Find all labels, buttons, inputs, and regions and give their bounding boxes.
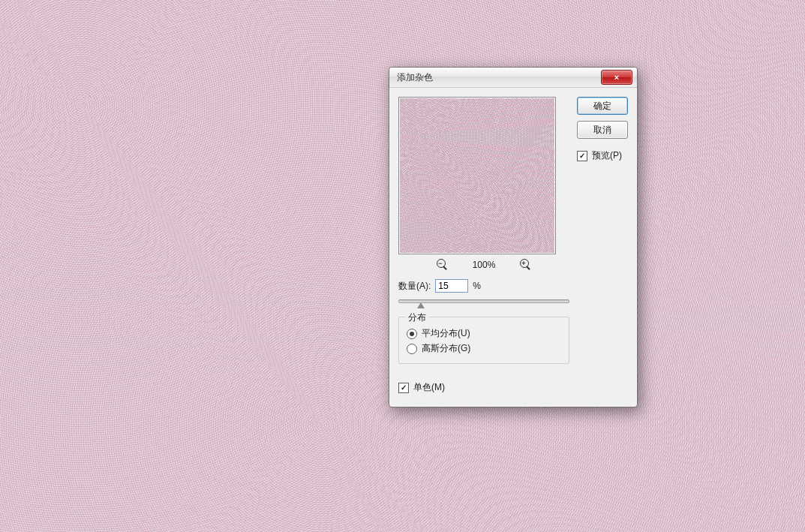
preview-image bbox=[398, 97, 556, 254]
radio-gaussian-indicator bbox=[407, 344, 417, 354]
ok-button[interactable]: 确定 bbox=[577, 97, 628, 115]
add-noise-dialog: 添加杂色 × − 100% + 数量(A): % bbox=[389, 67, 638, 407]
zoom-out-icon: − bbox=[438, 260, 442, 267]
slider-thumb[interactable] bbox=[417, 302, 425, 308]
ok-button-label: 确定 bbox=[593, 100, 611, 113]
dialog-title: 添加杂色 bbox=[397, 71, 601, 84]
amount-label: 数量(A): bbox=[398, 280, 431, 293]
preview-check-indicator bbox=[577, 151, 587, 161]
radio-gaussian-label: 高斯分布(G) bbox=[422, 342, 470, 355]
monochrome-check-indicator bbox=[398, 383, 409, 393]
radio-uniform[interactable]: 平均分布(U) bbox=[407, 327, 561, 340]
preview-checkbox-label: 预览(P) bbox=[592, 149, 622, 162]
monochrome-checkbox-label: 单色(M) bbox=[413, 381, 445, 394]
distribution-group: 分布 平均分布(U) 高斯分布(G) bbox=[398, 317, 569, 364]
preview-checkbox[interactable]: 预览(P) bbox=[577, 149, 628, 162]
cancel-button[interactable]: 取消 bbox=[577, 121, 628, 139]
zoom-level: 100% bbox=[469, 260, 499, 270]
cancel-button-label: 取消 bbox=[593, 124, 611, 137]
radio-uniform-label: 平均分布(U) bbox=[422, 327, 470, 340]
radio-gaussian[interactable]: 高斯分布(G) bbox=[407, 342, 561, 355]
zoom-in-button[interactable]: + bbox=[520, 259, 531, 270]
radio-uniform-indicator bbox=[407, 329, 417, 339]
close-icon: × bbox=[614, 74, 619, 82]
amount-unit: % bbox=[473, 281, 481, 291]
zoom-in-icon: + bbox=[521, 260, 525, 267]
titlebar[interactable]: 添加杂色 × bbox=[389, 68, 637, 88]
amount-slider[interactable] bbox=[398, 296, 569, 309]
distribution-legend: 分布 bbox=[405, 311, 429, 324]
amount-input[interactable] bbox=[435, 279, 468, 293]
monochrome-checkbox[interactable]: 单色(M) bbox=[398, 381, 628, 394]
close-button[interactable]: × bbox=[601, 70, 632, 85]
zoom-out-button[interactable]: − bbox=[437, 259, 448, 270]
